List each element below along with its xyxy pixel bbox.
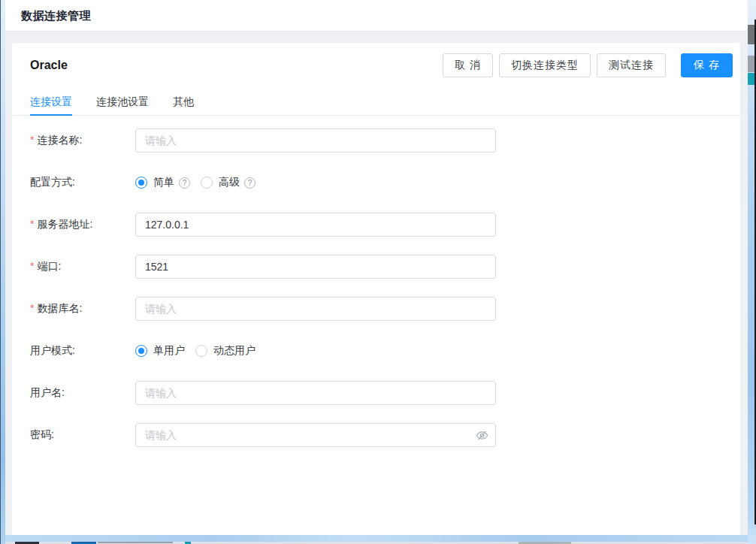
form-row-password: 密码:: [30, 423, 740, 447]
tab-bar: 连接设置 连接池设置 其他: [12, 89, 740, 116]
form-row-port: *端口:: [30, 255, 740, 279]
field-label-text: 服务器地址:: [37, 218, 92, 230]
radio-option-single-user[interactable]: 单用户: [135, 344, 185, 358]
port-input[interactable]: [135, 255, 496, 279]
action-buttons: 取 消 切换连接类型 测试连接 保 存: [437, 53, 733, 77]
field-label: *数据库名:: [30, 302, 135, 316]
tab-connection-settings[interactable]: 连接设置: [30, 89, 72, 115]
field-label: *端口:: [30, 260, 135, 274]
required-marker: *: [30, 260, 34, 272]
database-name-input[interactable]: [135, 297, 496, 321]
page-title: 数据连接管理: [21, 0, 91, 31]
radio-icon[interactable]: [201, 177, 213, 189]
help-icon[interactable]: ?: [179, 177, 190, 189]
field-label: *连接名称:: [30, 134, 135, 147]
user-mode-radio-group: 单用户 动态用户: [135, 344, 266, 358]
field-label-text: 数据库名:: [37, 302, 82, 314]
field-label-text: 端口:: [37, 260, 61, 272]
radio-option-advanced[interactable]: 高级 ?: [201, 176, 256, 189]
help-icon[interactable]: ?: [244, 177, 256, 189]
form-row-username: 用户名:: [30, 381, 740, 405]
radio-option-simple[interactable]: 简单 ?: [135, 176, 190, 189]
save-button[interactable]: 保 存: [681, 53, 733, 77]
required-marker: *: [30, 302, 34, 314]
form-row-config-mode: 配置方式: 简单 ? 高级 ?: [30, 171, 740, 195]
field-label: 用户名:: [30, 386, 135, 400]
radio-option-label: 单用户: [153, 344, 185, 358]
background-edge-segment-dark: [748, 25, 754, 44]
radio-option-label: 动态用户: [213, 344, 256, 358]
field-label-text: 连接名称:: [37, 134, 82, 146]
connection-form: *连接名称: 配置方式: 简单 ?: [12, 116, 740, 447]
username-input[interactable]: [135, 381, 496, 405]
radio-option-label: 简单: [153, 176, 174, 189]
app-window: 数据连接管理 Oracle 取 消 切换连接类型 测试连接 保 存 连接设置 连…: [5, 0, 748, 535]
panel-header: Oracle 取 消 切换连接类型 测试连接 保 存: [12, 43, 740, 79]
tab-connection-pool-settings[interactable]: 连接池设置: [96, 89, 149, 115]
switch-connection-type-button[interactable]: 切换连接类型: [499, 53, 591, 77]
server-address-input[interactable]: [135, 213, 496, 237]
test-connection-button[interactable]: 测试连接: [597, 53, 666, 77]
field-label-text: 配置方式:: [30, 176, 75, 188]
input-wrap: [135, 381, 496, 405]
connection-type-title: Oracle: [30, 59, 68, 72]
field-label: 用户模式:: [30, 344, 135, 358]
input-wrap: [135, 128, 496, 153]
page-header: 数据连接管理: [5, 0, 748, 32]
connection-panel: Oracle 取 消 切换连接类型 测试连接 保 存 连接设置 连接池设置 其他…: [12, 43, 740, 535]
field-label-text: 用户名:: [30, 386, 65, 398]
password-input[interactable]: [135, 423, 496, 447]
field-label-text: 密码:: [30, 428, 54, 440]
form-row-server-address: *服务器地址:: [30, 213, 740, 237]
taskbar-item-sliver: [98, 542, 173, 543]
background-edge-segment-teal: [748, 73, 754, 85]
required-marker: *: [30, 134, 34, 146]
cancel-button[interactable]: 取 消: [443, 53, 493, 77]
eye-invisible-icon[interactable]: [476, 429, 488, 442]
radio-icon[interactable]: [195, 345, 207, 357]
form-row-database-name: *数据库名:: [30, 297, 740, 321]
radio-icon[interactable]: [135, 345, 147, 357]
input-wrap: [135, 213, 496, 237]
input-wrap: [135, 297, 496, 321]
required-marker: *: [30, 218, 34, 230]
tab-other[interactable]: 其他: [173, 89, 194, 115]
config-mode-radio-group: 简单 ? 高级 ?: [135, 176, 266, 189]
field-label: *服务器地址:: [30, 218, 135, 231]
input-wrap: [135, 423, 496, 447]
form-row-connection-name: *连接名称:: [30, 128, 740, 153]
window-frame-bottom: [0, 535, 756, 542]
window-frame-left: [0, 0, 5, 544]
field-label: 配置方式:: [30, 176, 135, 189]
field-label: 密码:: [30, 428, 135, 442]
form-row-user-mode: 用户模式: 单用户 动态用户: [30, 339, 740, 363]
radio-icon[interactable]: [135, 177, 147, 189]
input-wrap: [135, 255, 496, 279]
background-edge-segment-gray: [748, 56, 754, 72]
radio-option-dynamic-user[interactable]: 动态用户: [195, 344, 256, 358]
connection-name-input[interactable]: [135, 128, 496, 153]
radio-option-label: 高级: [219, 176, 240, 189]
window-frame-right: [748, 0, 756, 544]
field-label-text: 用户模式:: [30, 344, 75, 356]
